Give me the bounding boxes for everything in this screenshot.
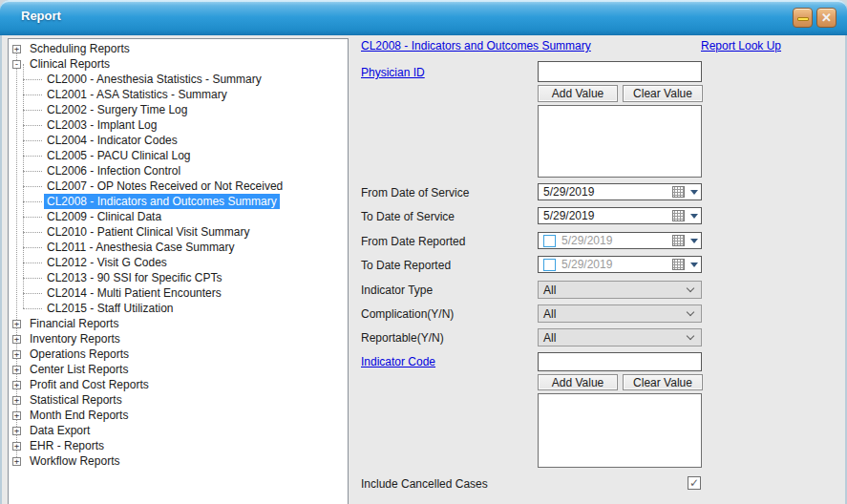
tree-item[interactable]: CL2005 - PACU Clinical Log [9,148,348,163]
tree-item[interactable]: +Scheduling Reports [9,41,348,56]
tree-connector [23,278,42,279]
physician-id-input[interactable] [538,61,702,82]
physician-id-link[interactable]: Physician ID [361,66,425,79]
tree-connector [23,171,42,172]
tree-item[interactable]: +Workflow Reports [9,453,348,469]
tree-item[interactable]: CL2013 - 90 SSI for Specific CPTs [9,270,348,285]
report-tree: +Scheduling Reports-Clinical ReportsCL20… [8,38,349,504]
tree-item[interactable]: +Statistical Reports [9,392,348,408]
indicator-type-select[interactable]: All [538,281,702,299]
expand-icon[interactable]: + [12,45,21,53]
from-date-of-service-picker[interactable]: 5/29/2019 [538,183,702,200]
tree-item[interactable]: +Operations Reports [9,346,348,362]
tree-item[interactable]: CL2009 - Clinical Data [9,209,348,224]
dropdown-arrow-icon[interactable] [690,262,698,267]
date-value: 5/29/2019 [543,209,672,222]
tree-item[interactable]: CL2014 - Multi Patient Encounters [9,285,348,301]
tree-item-label: CL2006 - Infection Control [44,163,183,178]
tree-item-label: CL2015 - Staff Utilization [44,301,177,316]
tree-item-label: Workflow Reports [27,453,122,469]
chevron-down-icon [687,284,694,292]
date-enable-checkbox[interactable] [543,235,556,247]
tree-item-label: CL2012 - Visit G Codes [44,255,170,270]
tree-item[interactable]: CL2015 - Staff Utilization [9,301,348,316]
expand-icon[interactable]: + [12,320,21,328]
tree-item-label: CL2014 - Multi Patient Encounters [44,285,224,301]
expand-icon[interactable]: + [12,442,21,451]
tree-item-label: CL2011 - Anesthesia Case Summary [44,240,238,255]
tree-item[interactable]: CL2008 - Indicators and Outcomes Summary [9,194,348,209]
tree-item[interactable]: +Data Export [9,423,348,438]
tree-item[interactable]: +Center List Reports [9,362,348,377]
tree-item[interactable]: CL2002 - Surgery Time Log [9,102,348,117]
to-date-of-service-picker[interactable]: 5/29/2019 [538,207,702,224]
tree-item[interactable]: CL2010 - Patient Clinical Visit Summary [9,224,348,240]
tree-item[interactable]: +Inventory Reports [9,331,348,346]
report-title-link[interactable]: CL2008 - Indicators and Outcomes Summary [361,39,591,52]
minimize-button[interactable] [793,8,813,28]
indicator-type-label: Indicator Type [361,284,433,297]
select-value: All [543,284,688,297]
physician-id-list[interactable] [538,105,702,178]
tree-item[interactable]: +Month End Reports [9,408,348,423]
tree-item-label: CL2001 - ASA Statistics - Summary [44,87,230,102]
tree-item[interactable]: CL2000 - Anesthesia Statistics - Summary [9,72,348,87]
date-value: 5/29/2019 [561,258,672,271]
tree-item-label: CL2008 - Indicators and Outcomes Summary [44,194,280,209]
expand-icon[interactable]: + [12,427,21,435]
tree-item[interactable]: CL2006 - Infection Control [9,163,348,178]
tree-item-label: CL2013 - 90 SSI for Specific CPTs [44,270,224,285]
complication-select[interactable]: All [538,304,702,323]
dropdown-arrow-icon[interactable] [690,190,698,195]
tree-item[interactable]: CL2012 - Visit G Codes [9,255,348,270]
indicator-add-value-button[interactable]: Add Value [538,374,618,390]
expand-icon[interactable]: + [12,366,21,374]
tree-item-label: Scheduling Reports [27,41,133,56]
tree-item[interactable]: CL2004 - Indicator Codes [9,133,348,148]
physician-clear-value-button[interactable]: Clear Value [623,85,703,102]
expand-icon[interactable]: + [12,335,21,344]
tree-item[interactable]: CL2003 - Implant Log [9,117,348,133]
tree-item-label: CL2009 - Clinical Data [44,209,164,224]
indicator-clear-value-button[interactable]: Clear Value [623,374,703,390]
indicator-code-link[interactable]: Indicator Code [361,355,435,368]
tree-item[interactable]: +Financial Reports [9,316,348,331]
tree-item-label: Statistical Reports [27,392,125,408]
close-button[interactable]: ✕ [816,8,836,28]
indicator-code-list[interactable] [538,393,702,468]
expand-icon[interactable]: + [12,411,21,420]
expand-icon[interactable]: + [12,457,21,466]
tree-connector [23,140,42,141]
tree-connector [23,247,42,248]
collapse-icon[interactable]: - [12,60,21,69]
tree-item[interactable]: +Profit and Cost Reports [9,377,348,392]
indicator-code-input[interactable] [538,352,702,371]
date-value: 5/29/2019 [543,185,672,199]
physician-add-value-button[interactable]: Add Value [538,85,618,102]
to-date-reported-picker[interactable]: 5/29/2019 [538,256,702,273]
close-icon: ✕ [817,10,836,27]
reportable-label: Reportable(Y/N) [361,331,444,345]
dropdown-arrow-icon[interactable] [690,214,698,219]
from-date-reported-picker[interactable]: 5/29/2019 [538,232,702,249]
select-value: All [543,307,688,321]
expand-icon[interactable]: + [12,350,21,359]
report-form: CL2008 - Indicators and Outcomes Summary… [351,36,845,504]
tree-item-label: Center List Reports [27,362,131,377]
tree-item[interactable]: CL2001 - ASA Statistics - Summary [9,87,348,102]
report-lookup-link[interactable]: Report Look Up [701,39,781,52]
include-cancelled-cases-checkbox[interactable]: ✓ [688,476,701,490]
reportable-select[interactable]: All [538,328,702,346]
tree-item[interactable]: -Clinical Reports [9,56,348,72]
tree-item-label: CL2007 - OP Notes Received or Not Receiv… [44,178,286,194]
date-enable-checkbox[interactable] [543,259,556,271]
tree-item-label: Profit and Cost Reports [27,377,152,392]
expand-icon[interactable]: + [12,396,21,405]
tree-item[interactable]: +EHR - Reports [9,438,348,453]
tree-item[interactable]: CL2007 - OP Notes Received or Not Receiv… [9,178,348,194]
date-value: 5/29/2019 [561,234,672,247]
dropdown-arrow-icon[interactable] [690,239,698,243]
expand-icon[interactable]: + [12,381,21,389]
tree-item[interactable]: CL2011 - Anesthesia Case Summary [9,240,348,255]
window-title: Report [21,9,61,23]
